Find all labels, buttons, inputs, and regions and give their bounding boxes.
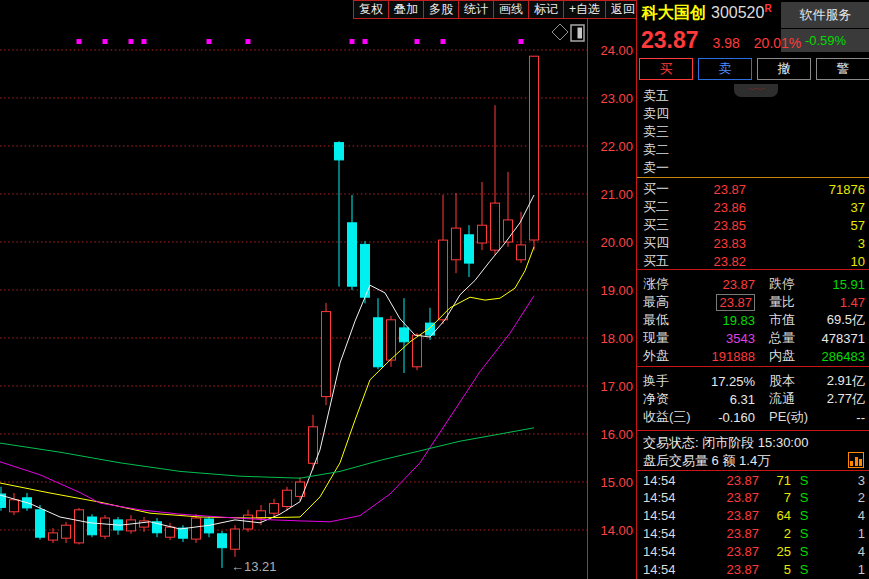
level-volume: 10: [746, 254, 869, 269]
stat-value: 19.83: [699, 313, 755, 328]
action-button-撤[interactable]: 撤: [757, 58, 811, 80]
order-book-row[interactable]: 买三23.8557: [637, 216, 869, 234]
level-volume: 71876: [746, 182, 869, 197]
ma-long-green: [0, 428, 534, 478]
stat-label: 流通: [769, 390, 817, 408]
price-change: 3.98: [713, 35, 740, 51]
low-annotation: ←13.21: [231, 559, 277, 574]
price-gridlines: [0, 50, 587, 530]
stat-row: 现量3543总量478371: [637, 329, 869, 347]
ma-slow-magenta: [0, 296, 534, 522]
level-label: 卖三: [643, 123, 681, 141]
order-book-row[interactable]: 买五23.8210: [637, 252, 869, 270]
stat-row: 涨停23.87跌停15.91: [637, 275, 869, 293]
order-book-row[interactable]: 卖五: [637, 87, 869, 105]
afterhours-chart-icon[interactable]: [848, 452, 864, 468]
action-button-卖[interactable]: 卖: [698, 58, 752, 80]
price-axis: 24.0023.0022.0021.0020.0019.0018.0017.00…: [588, 19, 634, 579]
stat-value: 191888: [699, 349, 755, 364]
trade-count: 1: [817, 526, 869, 541]
order-book-row[interactable]: 卖一: [637, 159, 869, 177]
order-book-row[interactable]: 卖二: [637, 141, 869, 159]
stat-row: 最低19.83市值69.5亿: [637, 311, 869, 329]
trade-side: S: [791, 544, 817, 559]
level-price: 23.87: [681, 182, 746, 197]
trade-time: 14:54: [643, 508, 687, 523]
level-label: 卖二: [643, 141, 681, 159]
trade-price: 23.87: [687, 526, 759, 541]
stat-value: 23.87: [699, 277, 755, 292]
level-label: 买三: [643, 216, 681, 234]
diamond-icon[interactable]: [552, 24, 568, 40]
stat-label: 换手: [643, 372, 699, 390]
svg-text:14.00: 14.00: [600, 523, 633, 538]
stat-value: 23.87: [699, 295, 755, 310]
stock-name: 科大国创: [642, 4, 706, 21]
trade-row: 14:5423.877S2: [637, 489, 869, 507]
price-row: 23.87 3.98 20.01%: [641, 27, 801, 54]
last-price: 23.87: [641, 27, 699, 54]
trade-count: 4: [817, 508, 869, 523]
order-book-row[interactable]: 买四23.833: [637, 234, 869, 252]
svg-text:20.00: 20.00: [600, 235, 633, 250]
trade-count: 1: [817, 562, 869, 577]
order-book-row[interactable]: 卖四: [637, 105, 869, 123]
stat-row: 净资6.31流通2.77亿: [637, 390, 869, 408]
divider: [637, 430, 869, 431]
order-book-row[interactable]: 卖三: [637, 123, 869, 141]
panel-toggle-icon[interactable]: [571, 25, 584, 41]
stat-value: --: [817, 410, 869, 425]
registered-flag: R: [764, 3, 771, 14]
stat-label: PE(动): [769, 408, 817, 426]
order-book-row[interactable]: 买二23.8637: [637, 198, 869, 216]
stat-value: 2.91亿: [817, 372, 869, 390]
level-label: 卖四: [643, 105, 681, 123]
stat-label: 外盘: [643, 347, 699, 365]
kline-chart[interactable]: 24.0023.0022.0021.0020.0019.0018.0017.00…: [0, 0, 636, 579]
action-button-警[interactable]: 警: [816, 58, 869, 80]
svg-text:15.00: 15.00: [600, 475, 633, 490]
stat-value: 3543: [699, 331, 755, 346]
afterhours-volume: 盘后交易量 6 额 1.4万: [643, 452, 770, 470]
trade-volume: 5: [759, 562, 791, 577]
trade-row: 14:5423.875S1: [637, 561, 869, 579]
level-label: 买四: [643, 234, 681, 252]
stat-value: 17.25%: [699, 374, 755, 389]
svg-text:19.00: 19.00: [600, 283, 633, 298]
trade-side: S: [791, 490, 817, 505]
industry-link[interactable]: 软件服务: [781, 2, 869, 28]
svg-text:23.00: 23.00: [600, 91, 633, 106]
level-label: 买一: [643, 180, 681, 198]
level-volume: 37: [746, 200, 869, 215]
stat-value: 478371: [817, 331, 869, 346]
stat-label: 跌停: [769, 275, 817, 293]
trade-volume: 7: [759, 490, 791, 505]
stat-value: -0.160: [699, 410, 755, 425]
stat-label: 涨停: [643, 275, 699, 293]
trade-volume: 71: [759, 473, 791, 488]
trade-count: 3: [817, 473, 869, 488]
divider: [637, 269, 869, 270]
stat-label: 现量: [643, 329, 699, 347]
svg-text:24.00: 24.00: [600, 43, 633, 58]
level-label: 买二: [643, 198, 681, 216]
trade-time: 14:54: [643, 473, 687, 488]
trade-count: 2: [817, 490, 869, 505]
trading-status: 交易状态: 闭市阶段 15:30:00: [643, 434, 808, 452]
stat-label: 市值: [769, 311, 817, 329]
level-label: 买五: [643, 252, 681, 270]
stat-label: 总量: [769, 329, 817, 347]
stat-label: 量比: [769, 293, 817, 311]
order-book-row[interactable]: 买一23.8771876: [637, 180, 869, 198]
price-change-pct: 20.01%: [754, 35, 801, 51]
stat-label: 收益(三): [643, 408, 699, 426]
candles: [0, 56, 539, 568]
action-button-买[interactable]: 买: [639, 58, 693, 80]
stat-value: 286483: [817, 349, 869, 364]
svg-text:16.00: 16.00: [600, 427, 633, 442]
trade-volume: 25: [759, 544, 791, 559]
trade-row: 14:5423.8771S3: [637, 471, 869, 489]
event-markers[interactable]: [77, 39, 524, 44]
divider: [637, 177, 869, 178]
level-price: 23.83: [681, 236, 746, 251]
